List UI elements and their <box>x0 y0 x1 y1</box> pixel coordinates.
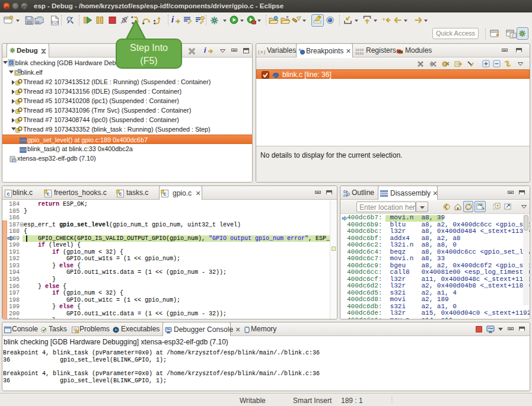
svg-text:c: c <box>7 191 9 197</box>
svg-text:C: C <box>512 34 515 38</box>
svg-text:010: 010 <box>51 20 58 25</box>
svg-text:c: c <box>10 60 12 66</box>
svg-text:0101: 0101 <box>355 52 364 55</box>
svg-text:(x)=: (x)= <box>257 49 266 55</box>
